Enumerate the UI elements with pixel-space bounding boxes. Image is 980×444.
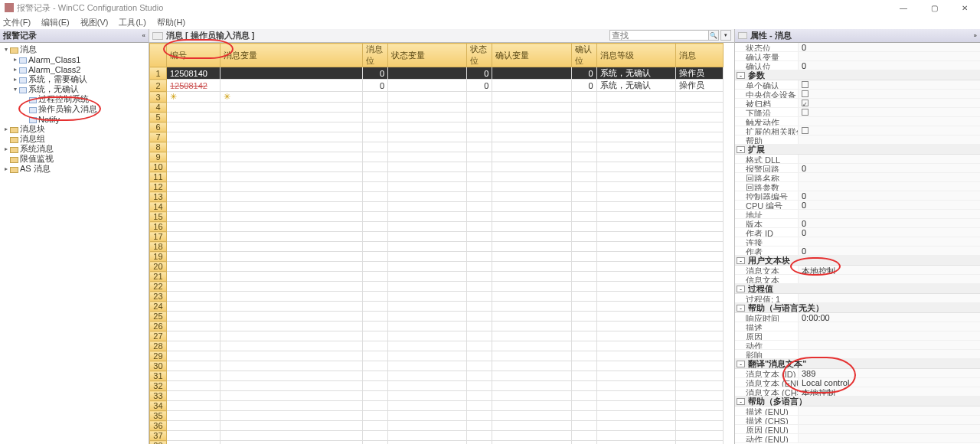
property-row[interactable]: 描述 (ENU) xyxy=(735,406,980,416)
table-row[interactable]: 6 xyxy=(150,122,724,132)
search-input[interactable] xyxy=(609,30,709,41)
property-category[interactable]: -帮助（与语言无关） xyxy=(735,303,980,313)
property-row[interactable]: 单个确认 xyxy=(735,80,980,90)
property-row[interactable]: 原因 (ENU) xyxy=(735,425,980,434)
table-row[interactable]: 4 xyxy=(150,103,724,113)
table-row[interactable]: 38 xyxy=(150,441,724,445)
property-row[interactable]: 格式 DLL xyxy=(735,155,980,164)
close-button[interactable]: ✕ xyxy=(949,0,980,15)
table-row[interactable]: 17 xyxy=(150,232,724,242)
property-row[interactable]: 描述 (CHS) xyxy=(735,416,980,425)
table-row[interactable]: 10 xyxy=(150,162,724,172)
menu-view[interactable]: 视图(V) xyxy=(80,17,109,28)
checkbox[interactable] xyxy=(802,100,808,106)
table-row[interactable]: 212508142000系统，无确认操作员 xyxy=(150,80,724,92)
property-category[interactable]: -参数 xyxy=(735,70,980,80)
table-row[interactable]: 8 xyxy=(150,142,724,152)
table-row[interactable]: 27 xyxy=(150,331,724,341)
maximize-button[interactable]: ▢ xyxy=(919,0,949,15)
table-row[interactable]: 33 xyxy=(150,391,724,401)
table-row[interactable]: 20 xyxy=(150,262,724,272)
column-header[interactable]: 消息变量 xyxy=(220,44,363,67)
property-category[interactable]: -过程值 xyxy=(735,284,980,294)
table-row[interactable]: 13 xyxy=(150,192,724,202)
pane-collapse-icon[interactable]: » xyxy=(974,32,977,39)
search-dropdown[interactable]: ▾ xyxy=(720,30,731,41)
collapse-icon[interactable]: - xyxy=(737,398,745,405)
checkbox[interactable] xyxy=(802,127,808,134)
property-row[interactable]: 扩展的相关联值数据 xyxy=(735,126,980,135)
checkbox[interactable] xyxy=(802,81,808,88)
collapse-icon[interactable]: - xyxy=(737,72,745,79)
table-row[interactable]: 26 xyxy=(150,322,724,331)
table-new-row[interactable]: 3✳✳ xyxy=(150,92,724,103)
messages-grid[interactable]: 编号消息变量消息位状态变量状态位确认变量确认位消息等级消息11250814000… xyxy=(149,43,724,444)
property-row[interactable]: 下降沿 xyxy=(735,108,980,117)
tree-toggle-icon[interactable]: ▸ xyxy=(2,126,10,132)
table-row[interactable]: 23 xyxy=(150,292,724,302)
property-row[interactable]: 回路名称 xyxy=(735,173,980,182)
table-row[interactable]: 19 xyxy=(150,252,724,262)
menu-tools[interactable]: 工具(L) xyxy=(119,17,145,28)
menu-file[interactable]: 文件(F) xyxy=(3,17,31,28)
column-header[interactable]: 编号 xyxy=(166,44,220,67)
table-row[interactable]: 12 xyxy=(150,182,724,192)
property-row[interactable]: CPU 编号0 xyxy=(735,201,980,210)
column-header[interactable] xyxy=(150,44,167,67)
property-row[interactable]: 触发动作 xyxy=(735,117,980,126)
property-row[interactable]: 中央信令设备 xyxy=(735,90,980,99)
column-header[interactable]: 确认位 xyxy=(571,44,596,67)
search-button[interactable]: 🔍 xyxy=(708,30,719,41)
tree-node[interactable]: ▸AS 消息 xyxy=(0,164,149,174)
tree-toggle-icon[interactable]: ▸ xyxy=(11,56,19,63)
tree-toggle-icon[interactable]: ▸ xyxy=(2,165,10,172)
table-row[interactable]: 14 xyxy=(150,202,724,212)
table-row[interactable]: 32 xyxy=(150,381,724,391)
menu-edit[interactable]: 编辑(E) xyxy=(41,17,70,28)
table-row[interactable]: 25 xyxy=(150,312,724,322)
collapse-icon[interactable]: - xyxy=(737,286,745,292)
table-row[interactable]: 35 xyxy=(150,411,724,421)
table-row[interactable]: 9 xyxy=(150,152,724,162)
column-header[interactable]: 状态位 xyxy=(467,44,492,67)
properties-grid[interactable]: 状态位0确认变量确认位0-参数单个确认中央信令设备被归档下降沿触发动作扩展的相关… xyxy=(735,43,980,444)
column-header[interactable]: 消息位 xyxy=(363,44,388,67)
table-row[interactable]: 18 xyxy=(150,242,724,252)
property-row[interactable]: 消息文本本地控制 xyxy=(735,266,980,275)
tree-toggle-icon[interactable]: ▸ xyxy=(2,145,10,152)
tree-node[interactable]: ▾消息 xyxy=(0,44,149,54)
property-row[interactable]: 被归档 xyxy=(735,99,980,108)
property-row[interactable]: 版本0 xyxy=(735,219,980,228)
property-row[interactable]: 消息文本 (ENU)Local control xyxy=(735,378,980,387)
property-row[interactable]: 动作 xyxy=(735,341,980,350)
tree-node[interactable]: 操作员输入消息 xyxy=(0,104,149,114)
table-row[interactable]: 112508140000系统，无确认操作员 xyxy=(150,67,724,80)
property-category[interactable]: -用户文本块 xyxy=(735,256,980,266)
table-row[interactable]: 24 xyxy=(150,302,724,312)
table-row[interactable]: 36 xyxy=(150,421,724,431)
column-header[interactable]: 确认变量 xyxy=(492,44,571,67)
table-row[interactable]: 7 xyxy=(150,132,724,142)
property-row[interactable]: 作者 ID0 xyxy=(735,228,980,237)
collapse-icon[interactable]: - xyxy=(737,305,745,312)
tree-toggle-icon[interactable]: ▾ xyxy=(11,86,19,93)
collapse-icon[interactable]: - xyxy=(737,361,745,367)
table-row[interactable]: 16 xyxy=(150,222,724,232)
property-row[interactable]: 连接 xyxy=(735,237,980,246)
property-row[interactable]: 响应时间0:00:00 xyxy=(735,313,980,322)
column-header[interactable]: 状态变量 xyxy=(388,44,467,67)
minimize-button[interactable]: — xyxy=(888,0,919,15)
property-row[interactable]: 确认变量 xyxy=(735,52,980,61)
table-row[interactable]: 34 xyxy=(150,401,724,411)
property-row[interactable]: 动作 (ENU) xyxy=(735,434,980,443)
property-category[interactable]: -翻译"消息文本" xyxy=(735,359,980,369)
tree-toggle-icon[interactable]: ▾ xyxy=(2,46,10,53)
property-row[interactable]: 状态位0 xyxy=(735,43,980,52)
table-row[interactable]: 11 xyxy=(150,172,724,182)
property-row[interactable]: 描述 xyxy=(735,322,980,331)
property-row[interactable]: 帮助 xyxy=(735,135,980,145)
property-category[interactable]: -扩展 xyxy=(735,145,980,155)
property-row[interactable]: 确认位0 xyxy=(735,61,980,70)
table-row[interactable]: 31 xyxy=(150,371,724,381)
property-category[interactable]: -帮助（多语言） xyxy=(735,397,980,406)
